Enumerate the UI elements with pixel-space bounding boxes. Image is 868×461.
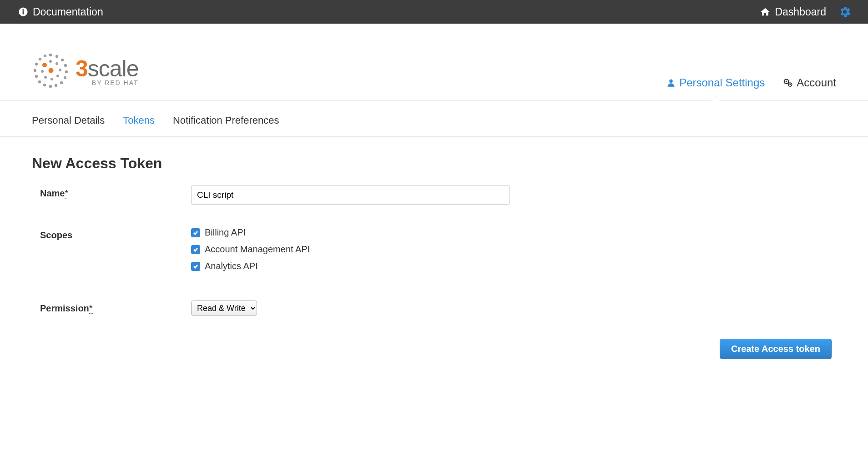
svg-point-16 <box>35 63 38 65</box>
svg-point-17 <box>39 58 41 60</box>
svg-point-28 <box>669 80 673 83</box>
nav-account-label: Account <box>797 76 836 89</box>
form-actions: Create Access token <box>32 339 836 359</box>
scope-analytics-api: Analytics API <box>191 261 836 271</box>
svg-point-15 <box>34 69 36 72</box>
svg-point-5 <box>61 59 64 61</box>
create-access-token-button[interactable]: Create Access token <box>720 339 832 359</box>
name-input[interactable] <box>191 185 510 205</box>
tab-personal-details[interactable]: Personal Details <box>32 115 105 126</box>
svg-point-20 <box>56 62 58 65</box>
svg-point-9 <box>60 81 63 84</box>
scope-label-account: Account Management API <box>205 244 310 255</box>
form-row-permission: Permission* Read & Write <box>32 301 836 316</box>
svg-point-11 <box>49 85 52 88</box>
svg-point-10 <box>55 84 57 87</box>
svg-point-1 <box>22 9 24 11</box>
home-icon <box>760 7 770 17</box>
logo[interactable]: 3scale BY RED HAT <box>32 51 139 100</box>
checkbox-account-management-api[interactable] <box>191 245 200 254</box>
top-bar: Documentation Dashboard <box>0 0 868 24</box>
nav-personal-settings-label: Personal Settings <box>679 76 765 89</box>
svg-point-19 <box>49 60 52 63</box>
svg-point-8 <box>64 76 66 79</box>
svg-point-3 <box>49 54 52 56</box>
scopes-list: Billing API Account Management API Analy… <box>191 227 836 278</box>
svg-point-4 <box>56 55 58 58</box>
nav-personal-settings[interactable]: Personal Settings <box>666 76 765 89</box>
checkbox-billing-api[interactable] <box>191 228 200 237</box>
scope-label-analytics: Analytics API <box>205 261 258 271</box>
documentation-label: Documentation <box>33 6 103 18</box>
logo-mark-icon <box>32 51 69 90</box>
permission-label: Permission* <box>32 301 191 314</box>
header: 3scale BY RED HAT Personal Settings Acco… <box>0 24 868 101</box>
documentation-link[interactable]: Documentation <box>18 6 103 18</box>
scope-account-management-api: Account Management API <box>191 244 836 255</box>
logo-sub: BY RED HAT <box>92 79 139 86</box>
svg-point-21 <box>59 69 61 71</box>
tab-notification-preferences[interactable]: Notification Preferences <box>173 115 279 126</box>
svg-point-18 <box>44 55 46 57</box>
name-label: Name* <box>32 185 191 199</box>
tab-tokens[interactable]: Tokens <box>123 115 155 126</box>
svg-point-6 <box>64 64 67 67</box>
logo-text: 3scale BY RED HAT <box>76 55 139 86</box>
svg-point-7 <box>65 70 68 73</box>
checkbox-analytics-api[interactable] <box>191 262 200 271</box>
svg-point-25 <box>41 70 44 73</box>
page-title: New Access Token <box>32 155 836 172</box>
nav-account[interactable]: Account <box>783 76 836 89</box>
dashboard-link[interactable]: Dashboard <box>760 6 826 18</box>
settings-gear-icon[interactable] <box>840 7 850 17</box>
svg-point-23 <box>50 78 53 80</box>
scopes-label: Scopes <box>32 227 191 241</box>
info-icon <box>18 7 28 17</box>
svg-point-30 <box>786 80 787 82</box>
header-nav: Personal Settings Account <box>666 76 836 100</box>
svg-point-26 <box>42 63 47 67</box>
svg-point-13 <box>38 80 41 83</box>
logo-main: 3scale <box>76 55 139 82</box>
main-content: New Access Token Name* Scopes Billing AP… <box>0 137 868 377</box>
scope-billing-api: Billing API <box>191 227 836 238</box>
svg-point-14 <box>35 75 38 78</box>
svg-point-32 <box>790 84 791 85</box>
dashboard-label: Dashboard <box>775 6 826 18</box>
scope-label-billing: Billing API <box>205 227 246 238</box>
svg-rect-2 <box>23 11 24 15</box>
svg-point-12 <box>43 84 46 86</box>
permission-select[interactable]: Read & Write <box>191 301 257 316</box>
sub-nav: Personal Details Tokens Notification Pre… <box>0 101 868 137</box>
svg-point-22 <box>56 75 59 77</box>
gears-icon <box>783 78 793 88</box>
svg-point-27 <box>49 68 54 73</box>
user-icon <box>666 78 676 87</box>
form-row-scopes: Scopes Billing API Account Management AP… <box>32 227 836 278</box>
svg-point-24 <box>44 76 47 79</box>
form-row-name: Name* <box>32 185 836 205</box>
